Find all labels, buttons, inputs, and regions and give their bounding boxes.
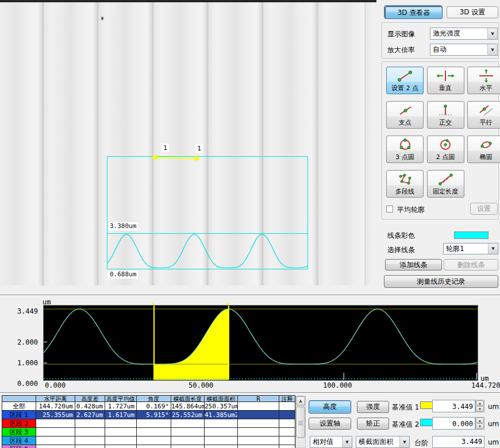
tool-button-ellipse[interactable]: 椭圆 bbox=[467, 136, 500, 163]
magnification-label: 放大倍率 bbox=[387, 45, 415, 55]
table-cell bbox=[238, 419, 279, 428]
tool-button-label: 水平 bbox=[468, 84, 500, 92]
table-cell bbox=[137, 428, 171, 437]
ref1-spinner[interactable]: ▲▼ bbox=[475, 400, 484, 412]
x-tick-label: 0.000 bbox=[45, 381, 66, 389]
table-header-cell: 横截面面积 bbox=[205, 396, 238, 402]
intensity-mode-button[interactable]: 强度 bbox=[357, 401, 389, 413]
tool-button-set-2-points[interactable]: 设置 2 点 bbox=[386, 67, 424, 94]
polyline-icon bbox=[387, 172, 423, 187]
add-line-button[interactable]: 添加线条 bbox=[385, 259, 442, 271]
tool-button-horizontal[interactable]: 水平 bbox=[467, 67, 500, 94]
magnification-combo[interactable]: 自动 ▼ bbox=[430, 44, 498, 56]
divider bbox=[0, 295, 500, 296]
cross-section-area-combo[interactable]: 横截面面积 ▼ bbox=[356, 436, 410, 448]
spin-down-icon[interactable]: ▼ bbox=[476, 406, 484, 412]
tool-button-fulcrum[interactable]: 支点 bbox=[386, 101, 424, 129]
ref2-color-swatch[interactable] bbox=[420, 419, 433, 426]
app-window: 3.380um 0.688um 1 1 3D 查看器 3D 设置 显示图像 激光… bbox=[0, 0, 500, 448]
spin-up-icon[interactable]: ▲ bbox=[476, 418, 484, 423]
scroll-up-button[interactable]: ▲ bbox=[296, 396, 305, 405]
table-row[interactable]: 区段 125.355um2.627um1.617um5.915°25.552um… bbox=[2, 411, 295, 419]
y-tick-label: 3.449 bbox=[13, 307, 38, 315]
table-row[interactable]: 区段 3 bbox=[2, 428, 295, 437]
display-image-combo[interactable]: 激光强度 ▼ bbox=[430, 28, 498, 40]
spin-up-icon[interactable]: ▲ bbox=[476, 400, 484, 406]
tool-button-parallel[interactable]: 平行 bbox=[467, 101, 500, 129]
ref2-spinner[interactable]: ▲▼ bbox=[475, 417, 484, 430]
laser-intensity-image[interactable]: 3.380um 0.688um 1 1 bbox=[0, 0, 376, 285]
cursor-marker-1[interactable]: 1 bbox=[161, 144, 169, 152]
profile-chart[interactable] bbox=[43, 305, 478, 381]
x-axis-unit: um bbox=[480, 374, 489, 383]
table-row[interactable]: 区段 4 bbox=[2, 437, 295, 445]
3d-viewer-button-face: 3D 查看器 bbox=[385, 6, 443, 19]
row-label-cell[interactable]: 区段 4 bbox=[2, 437, 36, 445]
table-cell bbox=[75, 419, 105, 428]
tool-button-label: 固定长度 bbox=[428, 187, 464, 196]
set-axis-button[interactable]: 设置轴 bbox=[309, 418, 351, 430]
tool-button-orthogonal[interactable]: 正交 bbox=[427, 101, 464, 129]
chevron-down-icon[interactable]: ▼ bbox=[488, 244, 498, 254]
fixed-length-icon bbox=[428, 172, 464, 187]
horizontal-icon bbox=[468, 68, 500, 83]
fulcrum-icon bbox=[387, 103, 423, 118]
table-cell bbox=[171, 419, 205, 428]
measure-line-arrow[interactable] bbox=[151, 153, 201, 162]
row-label-cell[interactable]: 区段 2 bbox=[2, 419, 36, 428]
correction-button[interactable]: 矫正 bbox=[357, 418, 389, 430]
3d-settings-button[interactable]: 3D 设置 bbox=[447, 6, 498, 18]
cursor-marker-2[interactable]: 1 bbox=[195, 144, 203, 153]
row-label-cell[interactable]: 全部 bbox=[2, 402, 36, 411]
3d-viewer-button[interactable]: 3D 查看器 bbox=[384, 6, 442, 18]
row-label-cell[interactable]: 区段 5 bbox=[2, 445, 36, 448]
tool-button-fixed-length[interactable]: 固定长度 bbox=[427, 170, 464, 198]
spin-down-icon[interactable]: ▼ bbox=[476, 423, 484, 429]
relative-value-combo[interactable]: 相对值 ▼ bbox=[310, 436, 352, 448]
chevron-down-icon[interactable]: ▼ bbox=[487, 28, 497, 39]
average-profile-set-button[interactable]: 设置 bbox=[470, 203, 498, 215]
tool-button-polyline[interactable]: 多段线 bbox=[386, 170, 424, 198]
ref1-label: 基准值 1 bbox=[392, 403, 419, 412]
measure-line-history-button[interactable]: 测量线历史记录 bbox=[384, 275, 498, 288]
line-color-swatch[interactable] bbox=[454, 231, 489, 239]
thumb-grip bbox=[298, 423, 303, 423]
ref1-value-input[interactable] bbox=[432, 400, 475, 412]
table-row[interactable]: 区段 5 bbox=[2, 445, 295, 448]
measure-region-rect[interactable] bbox=[107, 156, 308, 233]
height-mode-button[interactable]: 高度 bbox=[309, 400, 351, 414]
scrollbar-thumb[interactable] bbox=[296, 407, 305, 438]
tools-groupbox: 设置 2 点垂直水平支点正交平行3 点圆2 点圆椭圆多段线固定长度 bbox=[382, 61, 499, 219]
row-label-cell[interactable]: 区段 1 bbox=[2, 411, 36, 419]
row-label-cell[interactable]: 区段 3 bbox=[2, 428, 36, 437]
select-line-combo[interactable]: 轮廓1 ▼ bbox=[443, 243, 498, 254]
thumb-grip bbox=[298, 424, 303, 425]
table-row[interactable]: 区段 2 bbox=[2, 419, 295, 428]
ref1-unit: um bbox=[488, 403, 499, 411]
tool-button-vertical[interactable]: 垂直 bbox=[427, 67, 464, 94]
select-line-value: 轮廓1 bbox=[444, 244, 488, 254]
table-row[interactable]: 全部144.720um0.428um1.727um0.169°145.864um… bbox=[2, 402, 295, 411]
ref1-color-swatch[interactable] bbox=[420, 401, 433, 409]
tool-button-circle-3pt[interactable]: 3 点圆 bbox=[386, 136, 424, 163]
table-cell bbox=[137, 445, 171, 448]
chart-cursor-1-tip[interactable] bbox=[152, 302, 153, 305]
ref2-value-input[interactable] bbox=[432, 417, 475, 430]
table-cell bbox=[238, 411, 279, 419]
chevron-down-icon[interactable]: ▼ bbox=[487, 44, 497, 55]
relative-value-text: 相对值 bbox=[310, 437, 342, 447]
preview-wave-curve bbox=[107, 234, 307, 268]
table-scrollbar[interactable]: ▲ bbox=[295, 396, 306, 448]
tool-button-label: 椭圆 bbox=[468, 153, 500, 161]
table-header-cell: 高度差 bbox=[75, 396, 105, 402]
chevron-down-icon[interactable]: ▼ bbox=[342, 437, 352, 447]
tool-button-circle-2pt[interactable]: 2 点圆 bbox=[427, 136, 464, 163]
average-profile-checkbox[interactable] bbox=[386, 206, 393, 213]
profile-preview-band bbox=[107, 233, 308, 269]
table-cell bbox=[36, 419, 75, 428]
chart-cursor-2-tip[interactable] bbox=[227, 302, 228, 305]
delete-line-button[interactable]: 删除线条 bbox=[444, 259, 498, 271]
chevron-down-icon[interactable]: ▼ bbox=[399, 437, 409, 447]
x-tick-mark bbox=[476, 373, 477, 380]
table-cell bbox=[75, 445, 105, 448]
